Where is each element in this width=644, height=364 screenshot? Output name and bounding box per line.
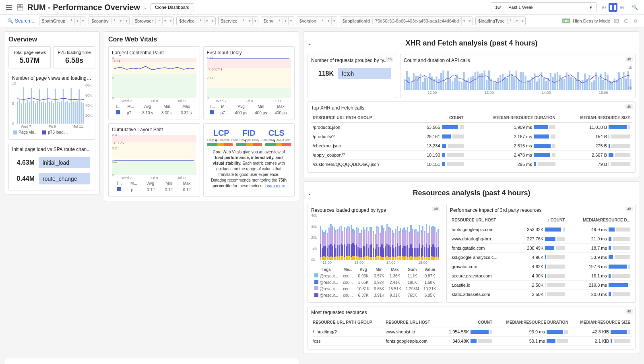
density-on-badge[interactable]: ON (562, 19, 571, 23)
step-back-icon[interactable]: ⏮ (600, 3, 609, 12)
top-xhr-table[interactable]: RESOURCE URL PATH GROUP↓ COUNTMEDIAN:RES… (311, 113, 632, 169)
resources-title: Resources analysis (past 4 hours) (413, 189, 530, 197)
svg-rect-33 (76, 101, 78, 124)
svg-rect-77 (495, 83, 497, 90)
svg-rect-59 (454, 78, 456, 90)
dashboard-icon[interactable] (16, 3, 24, 11)
xhr-panel: ⌄ XHR and Fetch analysis (past 4 hours) … (303, 31, 640, 177)
filter-chip[interactable]: $service*▾▾ (218, 17, 258, 25)
monitor-icon[interactable]: 🖵 (622, 19, 630, 23)
svg-rect-86 (516, 70, 517, 90)
table-row[interactable]: /apply_coupon/?10,190 2,478 ms 2,607 B (311, 151, 632, 160)
badge-4h: 4h (386, 57, 393, 62)
svg-rect-83 (509, 70, 510, 90)
lcp-widget: Largest Contentful Paint > 4s 420 Wed 7F… (108, 46, 200, 120)
filter-chip[interactable]: $version*▾▾ (297, 17, 337, 25)
svg-rect-19 (49, 102, 50, 124)
svg-rect-92 (529, 81, 531, 90)
table-row[interactable]: /products/?29,161 2,167 ms 154 B (311, 132, 632, 141)
resources-chart[interactable]: 40k30k20k10k0k (311, 215, 439, 260)
third-party-table[interactable]: RESOURCE URL HOST↓ COUNTMEDIAN:RESOURCE … (450, 215, 632, 299)
svg-rect-16 (43, 101, 44, 124)
svg-rect-109 (568, 76, 570, 90)
page-title: RUM - Performance Overview (27, 3, 140, 12)
filter-chip[interactable]: $loadingType*▾▾ (475, 17, 526, 25)
svg-rect-32 (74, 102, 76, 124)
table-row[interactable]: gravatar.com4.62K 197.6 ms (450, 262, 632, 271)
table-row[interactable]: t.castle.io2.50K 219.8 ms (450, 281, 632, 290)
svg-rect-131 (618, 72, 620, 90)
svg-rect-25 (61, 101, 62, 124)
search-input[interactable]: 🔍 Search... (5, 17, 37, 25)
svg-rect-67 (472, 76, 474, 90)
collapse-icon[interactable]: ⌄ (308, 190, 312, 196)
gear-icon[interactable]: ⚙ (632, 19, 639, 24)
filter-chip[interactable]: $device*▾▾ (176, 17, 215, 25)
svg-rect-102 (552, 77, 554, 90)
svg-rect-47 (427, 78, 428, 90)
table-row[interactable]: secure.gravatar.com4.00K 16.1 ms (450, 271, 632, 281)
pageviews-chart-widget: Number of page views and loading ... 10 … (8, 72, 95, 140)
svg-rect-74 (488, 70, 490, 90)
table-row[interactable]: static.zdassets.com2.50K 20.0 ms (450, 290, 632, 299)
learn-more-link[interactable]: Learn more (264, 184, 285, 188)
svg-rect-62 (461, 82, 462, 90)
svg-rect-76 (493, 81, 494, 90)
svg-rect-30 (71, 88, 72, 124)
fid-chart[interactable]: > 300ms 4002000 (207, 58, 291, 98)
tv-icon[interactable]: ⌧ (613, 19, 620, 24)
svg-rect-13 (37, 101, 38, 124)
svg-rect-80 (502, 74, 504, 90)
table-row[interactable]: /checkout.json13,234 2,515 ms 275 B (311, 141, 632, 151)
svg-rect-51 (436, 77, 437, 90)
pageviews-chart[interactable]: 10 5 0 80K 60K 40K 20K (12, 83, 92, 124)
svg-rect-108 (566, 72, 568, 90)
svg-rect-85 (513, 77, 515, 90)
cls-chart[interactable]: > 0.25 0.30.20.10 (112, 135, 196, 175)
menu-icon[interactable] (5, 3, 13, 11)
table-row[interactable]: fonts.gstatic.com200.49K 18.7 ms (450, 244, 632, 253)
table-row[interactable]: ssl.google-analytics.c...4.96K 33.9 ms (450, 253, 632, 262)
filter-chip[interactable]: $applicationId75d50c62-8b66-403c-a453-aa… (340, 17, 473, 25)
top-bar: RUM - Performance Overview ⌄ Clone Dashb… (0, 0, 644, 15)
svg-rect-34 (78, 89, 80, 124)
title-dropdown-icon[interactable]: ⌄ (143, 4, 147, 10)
search-icon[interactable]: 🔍 (630, 3, 639, 12)
cwv-title: Core Web Vitals (108, 36, 295, 43)
lcp-chart[interactable]: > 4s 420 (112, 58, 196, 98)
filter-chip[interactable]: $env*▾▾ (261, 17, 294, 25)
table-row[interactable]: /customers/QQQQQDDOGQ.json10,151 295 ms … (311, 160, 632, 169)
svg-rect-12 (35, 103, 36, 124)
svg-rect-44 (420, 74, 421, 90)
table-row[interactable]: /_nuxt/img/?www.shopist.io1,054.55K 93.9… (311, 327, 632, 337)
filter-chip[interactable]: $pathGroup*▾▾ (39, 17, 86, 25)
clone-dashboard-button[interactable]: Clone Dashboard (151, 3, 194, 11)
filter-chip[interactable]: $country*▾▾ (89, 17, 129, 25)
svg-rect-114 (580, 81, 581, 90)
filter-chip[interactable]: $browser*▾▾ (132, 17, 174, 25)
overview-title: Overview (8, 36, 95, 43)
table-row[interactable]: www.datadoghq-bro...227.76K 21.9 ms (450, 234, 632, 244)
collapse-icon[interactable]: ⌄ (308, 41, 312, 46)
cwv-info-widget: LCPFIDCLS Largest Contentful PaintFirst … (203, 123, 295, 197)
step-forward-icon[interactable]: ⏭ (617, 3, 626, 12)
svg-rect-112 (575, 79, 576, 90)
api-chart[interactable]: 1k 0k (404, 66, 632, 90)
svg-rect-10 (31, 88, 32, 124)
svg-rect-43 (417, 76, 419, 90)
toplist-row: 4.63Minitial_load (12, 155, 92, 171)
table-row[interactable]: fonts.googleapis.com353.32K 49.9 ms (450, 225, 632, 234)
time-short: 1w (491, 4, 505, 10)
table-row[interactable]: /cssfonts.googleapis.com348.48K 50.1 ms … (311, 337, 632, 346)
pause-icon[interactable]: ❚❚ (609, 3, 617, 12)
table-row[interactable]: /products.json53,565 1,909 ms 11,018 B (311, 123, 632, 132)
svg-rect-37 (404, 79, 405, 90)
svg-rect-55 (445, 82, 446, 90)
chevron-down-icon[interactable]: ▾ (586, 4, 596, 11)
most-requested-widget: Most requested resources 4h RESOURCE URL… (308, 306, 636, 350)
svg-rect-71 (481, 73, 483, 90)
svg-rect-119 (591, 82, 592, 90)
svg-rect-129 (614, 79, 615, 90)
most-requested-table[interactable]: RESOURCE URL PATH GROUPRESOURCE URL HOST… (311, 318, 632, 346)
time-range-picker[interactable]: 1w Past 1 Week ▾ (491, 2, 597, 12)
